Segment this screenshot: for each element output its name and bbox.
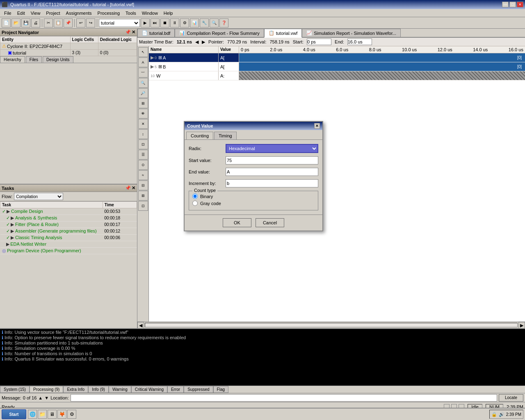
dialog-title: Count Value ✕	[185, 122, 322, 130]
dialog-body: Radix: Binary Octal Hexadecimal Signed D…	[185, 139, 322, 215]
dialog-title-text: Count Value	[187, 123, 213, 128]
binary-label: Binary	[200, 194, 213, 199]
increment-input[interactable]	[226, 179, 318, 187]
end-value-input[interactable]	[226, 168, 318, 176]
dialog-tabs: Counting Timing	[185, 130, 322, 139]
end-value-row: End value:	[189, 168, 318, 176]
count-type-group: Count type Binary Gray code	[189, 191, 318, 210]
radix-row: Radix: Binary Octal Hexadecimal Signed D…	[189, 144, 318, 153]
radix-label: Radix:	[189, 146, 226, 151]
gray-code-radio[interactable]	[192, 201, 198, 206]
binary-radio-row: Binary	[192, 194, 315, 199]
start-value-label: Start value:	[189, 158, 226, 163]
gray-code-label: Gray code	[200, 201, 221, 206]
ok-button[interactable]: OK	[223, 218, 251, 227]
increment-label: Increment by:	[189, 181, 226, 186]
cancel-button[interactable]: Cancel	[256, 218, 284, 227]
dialog-tab-timing[interactable]: Timing	[214, 132, 237, 139]
gray-radio-row: Gray code	[192, 201, 315, 206]
binary-radio[interactable]	[192, 194, 198, 199]
count-value-dialog: Count Value ✕ Counting Timing Radix: Bin…	[184, 121, 323, 231]
dialog-close-button[interactable]: ✕	[314, 123, 320, 129]
modal-overlay: Count Value ✕ Counting Timing Radix: Bin…	[0, 0, 525, 420]
dialog-footer: OK Cancel	[185, 215, 322, 231]
count-type-legend: Count type	[192, 188, 217, 193]
dialog-tab-counting[interactable]: Counting	[186, 132, 213, 139]
end-value-label: End value:	[189, 169, 226, 174]
start-value-input[interactable]	[226, 156, 318, 164]
increment-row: Increment by:	[189, 179, 318, 187]
start-value-row: Start value:	[189, 156, 318, 164]
radix-select[interactable]: Binary Octal Hexadecimal Signed Decimal …	[226, 144, 318, 153]
